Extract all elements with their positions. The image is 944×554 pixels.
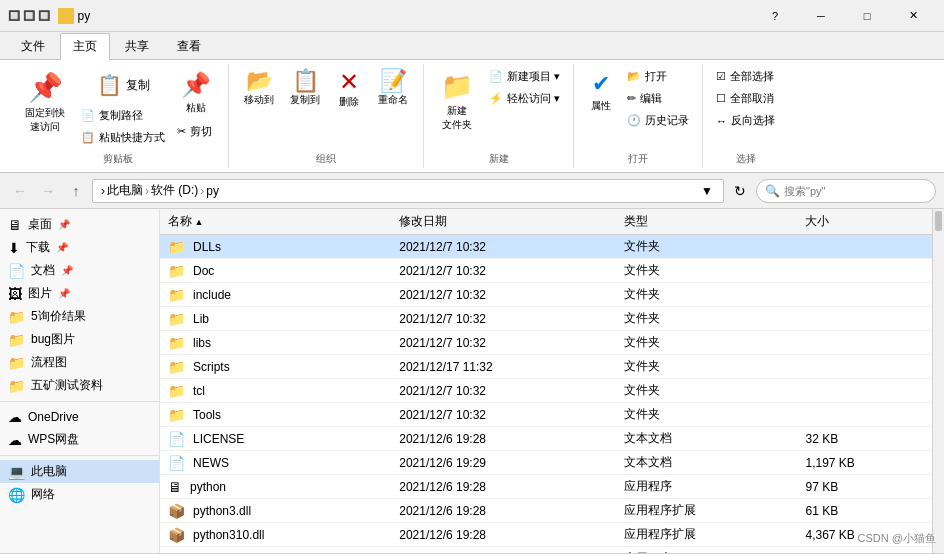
select-col: ☑ 全部选择 ☐ 全部取消 ↔ 反向选择 [711,66,780,131]
refresh-button[interactable]: ↻ [728,179,752,203]
tab-file[interactable]: 文件 [8,33,58,59]
onedrive-icon: ☁ [8,409,22,425]
pin-indicator-4: 📌 [58,288,70,299]
help-button[interactable]: ? [752,0,798,32]
breadcrumb-current[interactable]: py [206,184,219,198]
invert-selection-button[interactable]: ↔ 反向选择 [711,110,780,131]
deselect-all-button[interactable]: ☐ 全部取消 [711,88,780,109]
file-size [797,307,932,331]
paste-shortcut-button[interactable]: 📋 粘贴快捷方式 [76,127,170,148]
search-input[interactable] [784,185,927,197]
clipboard-label: 剪贴板 [103,148,133,166]
file-date: 2021/12/7 10:32 [391,403,616,427]
breadcrumb-computer[interactable]: 此电脑 [107,182,143,199]
copy-path-button[interactable]: 📄 复制路径 [76,105,170,126]
paste-col2: 📌 粘贴 ✂ 剪切 [172,66,220,142]
sidebar-item-onedrive[interactable]: ☁ OneDrive [0,406,159,428]
table-row[interactable]: 📁 libs 2021/12/7 10:32 文件夹 [160,331,932,355]
select-all-button[interactable]: ☑ 全部选择 [711,66,780,87]
ribbon: 📌 固定到快速访问 📋 复制 📄 复制路径 📋 粘贴快捷方式 [0,60,944,173]
rename-button[interactable]: 📝 重命名 [371,66,415,110]
file-type: 文件夹 [616,355,797,379]
address-dropdown-button[interactable]: ▼ [699,183,715,199]
sidebar-item-documents[interactable]: 📄 文档 📌 [0,259,159,282]
file-name: python3.dll [193,504,251,518]
table-row[interactable]: 📦 python310.dll 2021/12/6 19:28 应用程序扩展 4… [160,523,932,547]
folder-icon: 📁 [168,311,185,327]
tab-view[interactable]: 查看 [164,33,214,59]
properties-icon: ✔ [592,71,610,97]
scrollbar-thumb[interactable] [935,211,942,231]
easy-access-button[interactable]: ⚡ 轻松访问 ▾ [484,88,565,109]
table-row[interactable]: 📁 DLLs 2021/12/7 10:32 文件夹 [160,235,932,259]
sidebar-item-wps[interactable]: ☁ WPS网盘 [0,428,159,451]
downloads-icon: ⬇ [8,240,20,256]
table-row[interactable]: 📁 Tools 2021/12/7 10:32 文件夹 [160,403,932,427]
address-bar[interactable]: › 此电脑 › 软件 (D:) › py ▼ [92,179,724,203]
file-size [797,259,932,283]
table-row[interactable]: 📁 Lib 2021/12/7 10:32 文件夹 [160,307,932,331]
file-name: include [193,288,231,302]
sidebar-item-desktop[interactable]: 🖥 桌面 📌 [0,213,159,236]
table-row[interactable]: 📁 include 2021/12/7 10:32 文件夹 [160,283,932,307]
organize-content: 📂 移动到 📋 复制到 ✕ 删除 📝 重命名 [237,66,415,148]
sidebar-item-thispc[interactable]: 💻 此电脑 [0,460,159,483]
table-row[interactable]: 📄 NEWS 2021/12/6 19:29 文本文档 1,197 KB [160,451,932,475]
edit-button[interactable]: ✏ 编辑 [622,88,694,109]
col-size-header[interactable]: 大小 [797,209,932,235]
sidebar-item-downloads[interactable]: ⬇ 下载 📌 [0,236,159,259]
table-row[interactable]: 🖥 pythonw 2021/12/6 19:28 应用程序 [160,547,932,554]
file-name: Lib [193,312,209,326]
tab-home[interactable]: 主页 [60,33,110,60]
sidebar-label-pictures: 图片 [28,285,52,302]
sidebar-item-flow[interactable]: 📁 流程图 [0,351,159,374]
copy-to-button[interactable]: 📋 复制到 [283,66,327,110]
file-name-cell: 📁 include [160,283,391,307]
invert-icon: ↔ [716,115,727,127]
table-row[interactable]: 📄 LICENSE 2021/12/6 19:28 文本文档 32 KB [160,427,932,451]
file-table: 名称 修改日期 类型 大小 📁 DLLs 2021/12/7 10:32 文件夹 [160,209,932,553]
table-row[interactable]: 📁 Scripts 2021/12/17 11:32 文件夹 [160,355,932,379]
forward-button[interactable]: → [36,179,60,203]
up-button[interactable]: ↑ [64,179,88,203]
minimize-button[interactable]: ─ [798,0,844,32]
sidebar-item-bug[interactable]: 📁 bug图片 [0,328,159,351]
close-button[interactable]: ✕ [890,0,936,32]
properties-button[interactable]: ✔ 属性 [582,66,620,118]
back-button[interactable]: ← [8,179,32,203]
file-name-cell: 📁 Lib [160,307,391,331]
col-date-header[interactable]: 修改日期 [391,209,616,235]
scroll-indicator[interactable] [932,209,944,553]
open-button[interactable]: 📂 打开 [622,66,694,87]
select-content: ☑ 全部选择 ☐ 全部取消 ↔ 反向选择 [711,66,780,148]
clipboard-col: 📋 复制 📄 复制路径 📋 粘贴快捷方式 [76,66,170,148]
new-folder-button[interactable]: 📁 新建文件夹 [432,66,482,137]
breadcrumb-drive[interactable]: 软件 (D:) [151,182,198,199]
move-to-button[interactable]: 📂 移动到 [237,66,281,110]
copy-icon: 📋 [97,73,122,97]
delete-button[interactable]: ✕ 删除 [329,66,369,112]
sidebar-item-wukuang[interactable]: 📁 五矿测试资料 [0,374,159,397]
table-row[interactable]: 📁 Doc 2021/12/7 10:32 文件夹 [160,259,932,283]
cut-button[interactable]: ✂ 剪切 [172,121,220,142]
pin-quick-access-button[interactable]: 📌 固定到快速访问 [16,66,74,139]
table-row[interactable]: 📦 python3.dll 2021/12/6 19:28 应用程序扩展 61 … [160,499,932,523]
copy-button[interactable]: 📋 复制 [76,66,170,104]
table-row[interactable]: 📁 tcl 2021/12/7 10:32 文件夹 [160,379,932,403]
file-type: 应用程序扩展 [616,499,797,523]
sidebar-item-network[interactable]: 🌐 网络 [0,483,159,506]
file-date: 2021/12/6 19:28 [391,475,616,499]
new-item-button[interactable]: 📄 新建项目 ▾ [484,66,565,87]
history-button[interactable]: 🕐 历史记录 [622,110,694,131]
col-type-header[interactable]: 类型 [616,209,797,235]
paste-button[interactable]: 📌 粘贴 [172,66,220,120]
maximize-button[interactable]: □ [844,0,890,32]
tab-share[interactable]: 共享 [112,33,162,59]
ribbon-group-open: ✔ 属性 📂 打开 ✏ 编辑 🕐 历史记录 打开 [574,64,703,168]
col-name-header[interactable]: 名称 [160,209,391,235]
sidebar-item-inquiry[interactable]: 📁 5询价结果 [0,305,159,328]
table-row[interactable]: 🖥 python 2021/12/6 19:28 应用程序 97 KB [160,475,932,499]
file-date: 2021/12/6 19:28 [391,523,616,547]
search-bar[interactable]: 🔍 [756,179,936,203]
sidebar-item-pictures[interactable]: 🖼 图片 📌 [0,282,159,305]
